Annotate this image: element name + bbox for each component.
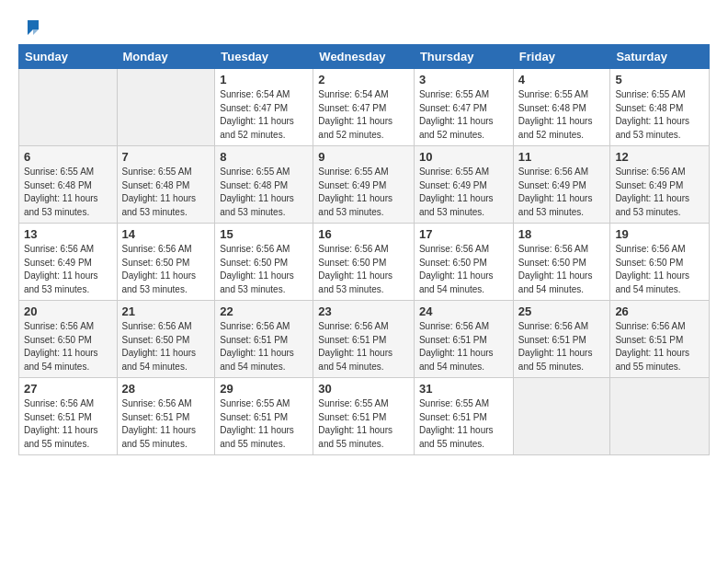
day-number: 12 bbox=[615, 150, 704, 164]
calendar-cell: 21Sunrise: 6:56 AM Sunset: 6:50 PM Dayli… bbox=[117, 301, 215, 378]
day-info: Sunrise: 6:56 AM Sunset: 6:50 PM Dayligh… bbox=[122, 243, 210, 296]
calendar-cell: 12Sunrise: 6:56 AM Sunset: 6:49 PM Dayli… bbox=[610, 146, 710, 224]
col-header-saturday: Saturday bbox=[610, 45, 710, 69]
day-number: 5 bbox=[615, 73, 704, 86]
day-info: Sunrise: 6:56 AM Sunset: 6:50 PM Dayligh… bbox=[419, 243, 508, 296]
day-info: Sunrise: 6:54 AM Sunset: 6:47 PM Dayligh… bbox=[318, 88, 409, 142]
calendar-cell: 1Sunrise: 6:54 AM Sunset: 6:47 PM Daylig… bbox=[215, 69, 313, 146]
col-header-monday: Monday bbox=[117, 45, 215, 69]
day-number: 9 bbox=[318, 150, 409, 164]
calendar-cell: 6Sunrise: 6:55 AM Sunset: 6:48 PM Daylig… bbox=[19, 146, 118, 224]
day-info: Sunrise: 6:56 AM Sunset: 6:51 PM Dayligh… bbox=[419, 320, 508, 373]
calendar-cell: 7Sunrise: 6:55 AM Sunset: 6:48 PM Daylig… bbox=[117, 146, 215, 224]
calendar-cell: 16Sunrise: 6:56 AM Sunset: 6:50 PM Dayli… bbox=[313, 224, 415, 301]
day-info: Sunrise: 6:56 AM Sunset: 6:50 PM Dayligh… bbox=[318, 243, 409, 296]
day-number: 27 bbox=[24, 382, 112, 396]
day-info: Sunrise: 6:55 AM Sunset: 6:49 PM Dayligh… bbox=[419, 166, 508, 219]
calendar-cell: 9Sunrise: 6:55 AM Sunset: 6:49 PM Daylig… bbox=[313, 146, 415, 224]
calendar-cell bbox=[513, 378, 610, 455]
calendar-cell: 15Sunrise: 6:56 AM Sunset: 6:50 PM Dayli… bbox=[215, 224, 313, 301]
day-info: Sunrise: 6:55 AM Sunset: 6:51 PM Dayligh… bbox=[220, 397, 308, 451]
day-number: 17 bbox=[419, 227, 508, 241]
day-info: Sunrise: 6:56 AM Sunset: 6:50 PM Dayligh… bbox=[24, 320, 112, 373]
week-row-4: 20Sunrise: 6:56 AM Sunset: 6:50 PM Dayli… bbox=[19, 301, 710, 378]
day-number: 7 bbox=[122, 150, 210, 164]
day-info: Sunrise: 6:56 AM Sunset: 6:50 PM Dayligh… bbox=[220, 243, 308, 296]
day-info: Sunrise: 6:54 AM Sunset: 6:47 PM Dayligh… bbox=[220, 88, 308, 142]
calendar-cell: 29Sunrise: 6:55 AM Sunset: 6:51 PM Dayli… bbox=[215, 378, 313, 455]
calendar-table: SundayMondayTuesdayWednesdayThursdayFrid… bbox=[18, 44, 710, 455]
day-info: Sunrise: 6:55 AM Sunset: 6:48 PM Dayligh… bbox=[122, 166, 210, 219]
day-number: 15 bbox=[220, 227, 308, 241]
calendar-cell: 3Sunrise: 6:55 AM Sunset: 6:47 PM Daylig… bbox=[414, 69, 513, 146]
calendar-cell: 23Sunrise: 6:56 AM Sunset: 6:51 PM Dayli… bbox=[313, 301, 415, 378]
col-header-thursday: Thursday bbox=[414, 45, 513, 69]
day-number: 25 bbox=[518, 304, 606, 318]
day-info: Sunrise: 6:55 AM Sunset: 6:48 PM Dayligh… bbox=[518, 88, 606, 142]
calendar-cell: 10Sunrise: 6:55 AM Sunset: 6:49 PM Dayli… bbox=[414, 146, 513, 224]
calendar-cell: 17Sunrise: 6:56 AM Sunset: 6:50 PM Dayli… bbox=[414, 224, 513, 301]
header bbox=[18, 17, 710, 33]
day-number: 8 bbox=[220, 150, 308, 164]
day-number: 30 bbox=[318, 382, 409, 396]
day-number: 19 bbox=[615, 227, 704, 241]
calendar-cell: 2Sunrise: 6:54 AM Sunset: 6:47 PM Daylig… bbox=[313, 69, 415, 146]
day-info: Sunrise: 6:56 AM Sunset: 6:50 PM Dayligh… bbox=[518, 243, 606, 296]
calendar-cell: 25Sunrise: 6:56 AM Sunset: 6:51 PM Dayli… bbox=[513, 301, 610, 378]
day-number: 24 bbox=[419, 304, 508, 318]
header-row: SundayMondayTuesdayWednesdayThursdayFrid… bbox=[19, 45, 710, 69]
calendar-cell: 14Sunrise: 6:56 AM Sunset: 6:50 PM Dayli… bbox=[117, 224, 215, 301]
day-info: Sunrise: 6:56 AM Sunset: 6:51 PM Dayligh… bbox=[24, 397, 112, 451]
calendar-cell: 19Sunrise: 6:56 AM Sunset: 6:50 PM Dayli… bbox=[610, 224, 710, 301]
calendar-cell: 30Sunrise: 6:55 AM Sunset: 6:51 PM Dayli… bbox=[313, 378, 415, 455]
week-row-1: 1Sunrise: 6:54 AM Sunset: 6:47 PM Daylig… bbox=[19, 69, 710, 146]
day-number: 1 bbox=[220, 73, 308, 86]
calendar-cell: 4Sunrise: 6:55 AM Sunset: 6:48 PM Daylig… bbox=[513, 69, 610, 146]
day-number: 13 bbox=[24, 227, 112, 241]
day-info: Sunrise: 6:55 AM Sunset: 6:51 PM Dayligh… bbox=[318, 397, 409, 451]
calendar-cell: 27Sunrise: 6:56 AM Sunset: 6:51 PM Dayli… bbox=[19, 378, 118, 455]
logo-icon bbox=[20, 17, 40, 37]
day-info: Sunrise: 6:56 AM Sunset: 6:51 PM Dayligh… bbox=[220, 320, 308, 373]
svg-marker-1 bbox=[33, 29, 39, 35]
calendar-cell: 20Sunrise: 6:56 AM Sunset: 6:50 PM Dayli… bbox=[19, 301, 118, 378]
day-info: Sunrise: 6:56 AM Sunset: 6:51 PM Dayligh… bbox=[615, 320, 704, 373]
day-number: 4 bbox=[518, 73, 606, 86]
calendar-cell bbox=[117, 69, 215, 146]
day-info: Sunrise: 6:56 AM Sunset: 6:51 PM Dayligh… bbox=[318, 320, 409, 373]
day-info: Sunrise: 6:56 AM Sunset: 6:50 PM Dayligh… bbox=[122, 320, 210, 373]
calendar-cell: 28Sunrise: 6:56 AM Sunset: 6:51 PM Dayli… bbox=[117, 378, 215, 455]
day-number: 3 bbox=[419, 73, 508, 86]
col-header-friday: Friday bbox=[513, 45, 610, 69]
day-info: Sunrise: 6:55 AM Sunset: 6:47 PM Dayligh… bbox=[419, 88, 508, 142]
day-number: 28 bbox=[122, 382, 210, 396]
calendar-cell: 31Sunrise: 6:55 AM Sunset: 6:51 PM Dayli… bbox=[414, 378, 513, 455]
day-number: 11 bbox=[518, 150, 606, 164]
col-header-tuesday: Tuesday bbox=[215, 45, 313, 69]
col-header-wednesday: Wednesday bbox=[313, 45, 415, 69]
page: SundayMondayTuesdayWednesdayThursdayFrid… bbox=[0, 0, 728, 563]
day-number: 6 bbox=[24, 150, 112, 164]
day-number: 14 bbox=[122, 227, 210, 241]
day-number: 31 bbox=[419, 382, 508, 396]
day-number: 22 bbox=[220, 304, 308, 318]
calendar-cell: 5Sunrise: 6:55 AM Sunset: 6:48 PM Daylig… bbox=[610, 69, 710, 146]
day-number: 2 bbox=[318, 73, 409, 86]
week-row-2: 6Sunrise: 6:55 AM Sunset: 6:48 PM Daylig… bbox=[19, 146, 710, 224]
day-number: 29 bbox=[220, 382, 308, 396]
week-row-5: 27Sunrise: 6:56 AM Sunset: 6:51 PM Dayli… bbox=[19, 378, 710, 455]
logo bbox=[18, 17, 40, 33]
day-number: 20 bbox=[24, 304, 112, 318]
calendar-cell: 11Sunrise: 6:56 AM Sunset: 6:49 PM Dayli… bbox=[513, 146, 610, 224]
day-info: Sunrise: 6:56 AM Sunset: 6:49 PM Dayligh… bbox=[518, 166, 606, 219]
day-info: Sunrise: 6:55 AM Sunset: 6:51 PM Dayligh… bbox=[419, 397, 508, 451]
calendar-cell: 8Sunrise: 6:55 AM Sunset: 6:48 PM Daylig… bbox=[215, 146, 313, 224]
day-info: Sunrise: 6:56 AM Sunset: 6:51 PM Dayligh… bbox=[518, 320, 606, 373]
day-info: Sunrise: 6:56 AM Sunset: 6:50 PM Dayligh… bbox=[615, 243, 704, 296]
calendar-cell: 26Sunrise: 6:56 AM Sunset: 6:51 PM Dayli… bbox=[610, 301, 710, 378]
day-number: 23 bbox=[318, 304, 409, 318]
calendar-cell bbox=[19, 69, 118, 146]
day-info: Sunrise: 6:56 AM Sunset: 6:51 PM Dayligh… bbox=[122, 397, 210, 451]
day-info: Sunrise: 6:55 AM Sunset: 6:48 PM Dayligh… bbox=[24, 166, 112, 219]
day-number: 16 bbox=[318, 227, 409, 241]
